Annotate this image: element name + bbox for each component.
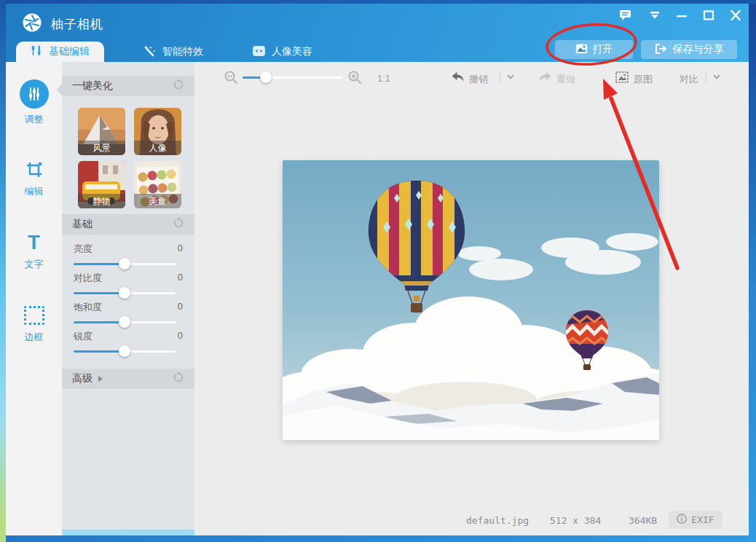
text-icon: T: [6, 232, 62, 254]
sidebar-item-text[interactable]: T 文字: [6, 232, 62, 271]
window-border-right: [749, 4, 756, 542]
minimize-button[interactable]: [675, 9, 690, 23]
slider-sharpness-value: 0: [178, 330, 183, 341]
maximize-button[interactable]: [702, 9, 717, 23]
exif-button[interactable]: EXIF: [669, 511, 722, 529]
compare-label[interactable]: 对比: [680, 73, 698, 86]
status-filesize: 364KB: [629, 515, 657, 526]
undo-history-chevron-icon[interactable]: [506, 72, 515, 83]
close-button[interactable]: [729, 9, 744, 23]
section-title: 高级: [72, 372, 92, 385]
section-title: 基础: [72, 218, 92, 231]
app-window: 柚子相机: [0, 0, 756, 542]
sidebar-item-adjust[interactable]: 调整: [6, 79, 62, 126]
frame-icon: [6, 305, 62, 326]
crop-icon: [6, 159, 62, 181]
canvas-area: 1:1 撤销 重做 原图 对比: [194, 62, 749, 535]
preset-food[interactable]: 美食: [134, 161, 181, 208]
zoom-out-icon[interactable]: [224, 70, 238, 87]
preset-food-label: 美食: [134, 194, 181, 208]
preset-still-life[interactable]: 静物: [78, 161, 125, 208]
app-title: 柚子相机: [51, 16, 103, 33]
app-logo-shutter-icon: [22, 12, 42, 33]
sidebar-item-adjust-label: 调整: [6, 113, 62, 126]
slider-sharpness[interactable]: [74, 350, 176, 353]
section-title: 一键美化: [72, 79, 113, 93]
sliders-icon: [20, 79, 49, 109]
redo-label[interactable]: 重做: [556, 73, 575, 86]
feedback-icon[interactable]: [619, 9, 634, 23]
status-bar: default.jpg 512 x 384 364KB EXIF: [194, 509, 749, 531]
tab-basic-edit-label: 基础编辑: [49, 45, 90, 58]
redo-icon[interactable]: [538, 71, 552, 85]
sidebar-item-border[interactable]: 边框: [6, 305, 62, 344]
reset-icon[interactable]: [173, 372, 184, 386]
tool-panel: 一键美化 风景: [62, 62, 194, 530]
tab-basic-edit[interactable]: 基础编辑: [16, 42, 104, 62]
slider-saturation-label: 饱和度: [74, 301, 102, 314]
slider-brightness-label: 亮度: [74, 243, 92, 256]
face-icon: [252, 45, 266, 59]
section-one-click-beautify: 一键美化: [62, 76, 194, 96]
tab-smart-effects[interactable]: 智能特效: [128, 42, 218, 62]
undo-icon[interactable]: [451, 71, 465, 85]
slider-sharpness-label: 锐度: [74, 330, 92, 343]
compare-chevron-icon[interactable]: [712, 72, 721, 83]
zoom-ratio-label: 1:1: [377, 73, 390, 84]
slider-brightness[interactable]: [74, 263, 176, 265]
slider-contrast-label: 对比度: [74, 272, 102, 285]
window-border-bottom: [6, 535, 749, 542]
slider-thumb[interactable]: [119, 345, 130, 357]
divider: [500, 71, 500, 83]
zoom-in-icon[interactable]: [347, 70, 362, 87]
zoom-slider-thumb[interactable]: [260, 71, 272, 83]
magic-wand-icon: [143, 44, 157, 60]
slider-thumb[interactable]: [119, 316, 130, 328]
reset-icon[interactable]: [173, 217, 184, 232]
original-label[interactable]: 原图: [634, 73, 653, 86]
tools-icon: [31, 44, 43, 59]
slider-saturation-value: 0: [178, 301, 183, 312]
skin-menu-icon[interactable]: [648, 9, 663, 23]
tab-bar: 基础编辑 智能特效: [6, 42, 749, 62]
slider-thumb[interactable]: [119, 287, 130, 299]
section-basic: 基础: [62, 214, 194, 235]
panel-notch: [57, 84, 62, 95]
preset-still-life-label: 静物: [78, 194, 125, 208]
preset-portrait[interactable]: 人像: [134, 108, 181, 155]
tab-portrait-beauty-label: 人像美容: [272, 45, 312, 58]
status-dimensions: 512 x 384: [550, 515, 601, 526]
slider-contrast-value: 0: [178, 272, 183, 283]
preset-landscape[interactable]: 风景: [78, 108, 125, 155]
info-icon: [677, 514, 687, 526]
desktop-edge: [0, 0, 6, 542]
titlebar: 柚子相机: [6, 4, 749, 62]
reset-icon[interactable]: [173, 79, 184, 93]
slider-saturation[interactable]: [74, 321, 176, 323]
tab-portrait-beauty[interactable]: 人像美容: [237, 42, 327, 62]
divider: [706, 71, 706, 83]
slider-thumb[interactable]: [119, 258, 130, 270]
zoom-slider[interactable]: [243, 76, 342, 79]
sidebar-item-border-label: 边框: [6, 331, 62, 344]
preset-portrait-label: 人像: [134, 141, 181, 155]
sidebar-item-text-label: 文字: [6, 258, 62, 271]
slider-contrast[interactable]: [74, 292, 176, 294]
exif-button-label: EXIF: [691, 514, 714, 525]
status-filename: default.jpg: [466, 515, 529, 526]
section-advanced[interactable]: 高级: [62, 369, 194, 389]
sidebar-item-edit[interactable]: 编辑: [6, 159, 62, 198]
photo-balloons[interactable]: [283, 160, 659, 440]
sidebar: 调整 编辑 T 文字 边框: [6, 62, 62, 535]
original-image-icon[interactable]: [615, 71, 629, 85]
expand-caret-icon: [98, 376, 103, 382]
sidebar-item-edit-label: 编辑: [6, 185, 62, 198]
undo-label[interactable]: 撤销: [469, 73, 488, 86]
tab-smart-effects-label: 智能特效: [162, 45, 203, 58]
slider-brightness-value: 0: [178, 243, 183, 254]
preset-landscape-label: 风景: [78, 141, 125, 155]
